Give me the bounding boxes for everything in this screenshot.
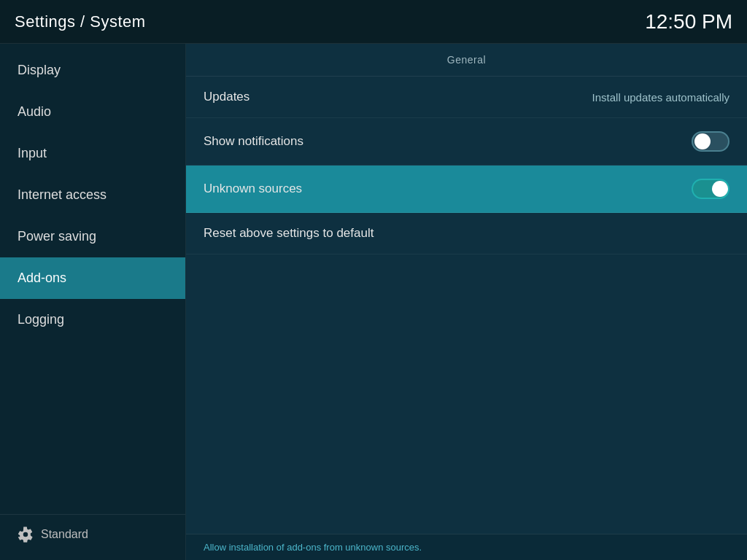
gear-icon	[18, 526, 34, 542]
sidebar-footer: Standard	[0, 514, 185, 554]
main-layout: Display Audio Input Internet access Powe…	[0, 44, 747, 560]
profile-label: Standard	[41, 528, 88, 541]
clock: 12:50 PM	[645, 10, 732, 34]
sidebar-item-logging[interactable]: Logging	[0, 299, 185, 341]
page-title: Settings / System	[15, 12, 146, 31]
toggle-knob-show-notifications	[694, 133, 711, 149]
status-bar: Allow installation of add-ons from unkno…	[186, 534, 747, 560]
sidebar-item-power-saving[interactable]: Power saving	[0, 216, 185, 257]
toggle-knob-unknown-sources	[712, 181, 728, 197]
sidebar-item-internet-access[interactable]: Internet access	[0, 174, 185, 216]
setting-row-unknown-sources[interactable]: Unknown sources	[186, 166, 747, 213]
setting-row-updates[interactable]: Updates Install updates automatically	[186, 77, 747, 118]
sidebar-item-display[interactable]: Display	[0, 50, 185, 91]
setting-label-unknown-sources: Unknown sources	[204, 182, 302, 196]
sidebar-item-audio[interactable]: Audio	[0, 91, 185, 133]
sidebar: Display Audio Input Internet access Powe…	[0, 44, 186, 560]
header: Settings / System 12:50 PM	[0, 0, 747, 44]
setting-label-reset: Reset above settings to default	[204, 226, 374, 241]
section-header: General	[186, 44, 747, 77]
sidebar-item-input[interactable]: Input	[0, 133, 185, 174]
setting-label-show-notifications: Show notifications	[204, 134, 303, 149]
setting-label-updates: Updates	[204, 90, 249, 104]
status-text: Allow installation of add-ons from unkno…	[204, 542, 422, 553]
setting-row-show-notifications[interactable]: Show notifications	[186, 118, 747, 166]
setting-value-updates: Install updates automatically	[592, 91, 729, 104]
toggle-show-notifications[interactable]	[692, 131, 729, 152]
sidebar-item-add-ons[interactable]: Add-ons	[0, 257, 185, 299]
setting-row-reset[interactable]: Reset above settings to default	[186, 213, 747, 254]
main-content: General Updates Install updates automati…	[186, 44, 747, 560]
toggle-unknown-sources[interactable]	[692, 179, 729, 199]
settings-list: Updates Install updates automatically Sh…	[186, 77, 747, 534]
